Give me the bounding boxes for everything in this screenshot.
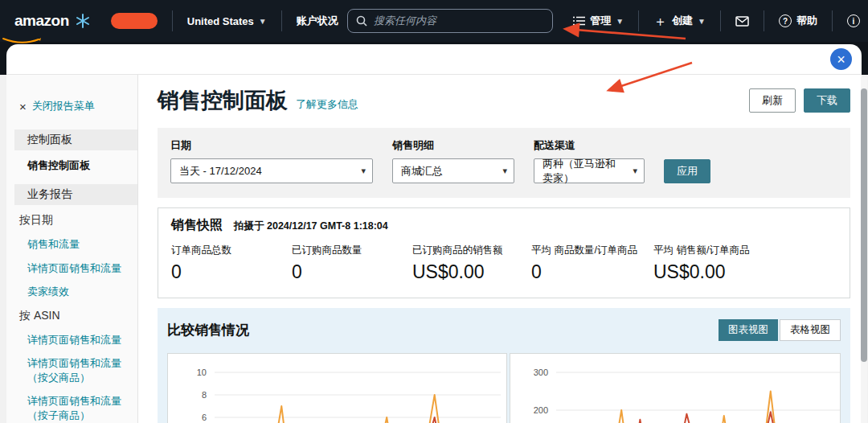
search-input[interactable]: 搜索任何内容 [347, 9, 553, 33]
sidebar-group-by-asin: 按 ASIN [19, 309, 137, 323]
close-icon: × [19, 100, 27, 113]
modal-body: × 关闭报告菜单 控制面板 销售控制面板 业务报告 按日期 销售和流量 详情页面… [6, 75, 862, 423]
svg-text:6: 6 [202, 413, 207, 422]
download-button[interactable]: 下载 [804, 88, 850, 113]
divider [720, 10, 721, 31]
fulfillment-channel-filter-label: 配送渠道 [534, 138, 645, 153]
top-navigation-bar: amazon United States ▼ 账户状况 良好 [0, 0, 868, 42]
chart-view-button[interactable]: 图表视图 [719, 319, 778, 341]
learn-more-link[interactable]: 了解更多信息 [296, 97, 358, 112]
date-filter-label: 日期 [170, 138, 373, 153]
sales-detail-filter-label: 销售明细 [392, 138, 514, 153]
create-menu[interactable]: ＋ 创建 ▼ [653, 12, 706, 31]
snapshot-title: 销售快照 [171, 217, 223, 234]
plus-icon: ＋ [653, 12, 667, 31]
fulfillment-channel-filter-select[interactable]: 两种（亚马逊和卖家） ▾ [534, 158, 645, 183]
snapshot-timestamp: 拍摄于 2024/12/17 GMT-8 1:18:04 [234, 220, 388, 233]
page-title: 销售控制面板 [158, 86, 288, 115]
sidebar-section-dashboards: 控制面板 [14, 129, 137, 150]
close-icon: × [837, 52, 845, 67]
refresh-button[interactable]: 刷新 [749, 88, 796, 113]
sidebar-item-sales-traffic[interactable]: 销售和流量 [27, 237, 129, 252]
sidebar-section-business-reports: 业务报告 [14, 184, 137, 205]
svg-text:200: 200 [534, 405, 548, 415]
sidebar-item-detail-page-sales-traffic-asin[interactable]: 详情页面销售和流量 [27, 333, 129, 347]
sidebar-group-by-date: 按日期 [19, 213, 137, 228]
close-report-menu-link[interactable]: × 关闭报告菜单 [19, 99, 137, 113]
list-icon [573, 16, 585, 26]
divider [832, 10, 833, 31]
manage-menu[interactable]: 管理 ▼ [573, 14, 624, 28]
divider [172, 10, 173, 31]
sidebar-item-seller-performance[interactable]: 卖家绩效 [27, 285, 129, 299]
marketplace-switcher[interactable]: United States ▼ [187, 15, 267, 27]
compare-title: 比较销售情况 [167, 321, 249, 339]
main-content: 销售控制面板 了解更多信息 刷新 下载 日期 当天 - 17/12/2024 ▾ [138, 75, 862, 423]
chevron-down-icon: ▾ [361, 166, 366, 176]
help-menu[interactable]: ? 帮助 [779, 14, 817, 28]
metric-avg-units-per-order: 平均 商品数量/订单商品 0 [531, 244, 653, 283]
chevron-down-icon: ▼ [616, 17, 624, 26]
store-name-redacted [111, 13, 158, 29]
nav-right-group: 管理 ▼ ＋ 创建 ▼ ? 帮助 i [573, 0, 860, 42]
chevron-down-icon: ▼ [259, 17, 267, 26]
question-icon: ? [779, 14, 792, 27]
snapshot-metrics: 订单商品总数 0 已订购商品数量 0 已订购商品的销售额 US$0.00 平 [158, 236, 850, 298]
title-actions: 刷新 下载 [749, 88, 850, 113]
compare-header: 比较销售情况 图表视图 表格视图 [167, 319, 841, 341]
chevron-down-icon: ▾ [633, 166, 637, 176]
charts-row: 10864已订购商品数量 300200100已订购商品的销售额 [167, 353, 841, 423]
metric-units-ordered: 已订购商品数量 0 [292, 244, 412, 283]
sales-detail-filter-select[interactable]: 商城汇总 ▾ [392, 158, 514, 183]
info-button[interactable]: i [847, 14, 860, 27]
metric-total-order-items: 订单商品总数 0 [171, 244, 292, 283]
sidebar-item-detail-page-child[interactable]: 详情页面销售和流量（按子商品） [27, 394, 129, 422]
units-ordered-chart: 10864已订购商品数量 [167, 353, 507, 423]
sales-snapshot-card: 销售快照 拍摄于 2024/12/17 GMT-8 1:18:04 订单商品总数… [158, 207, 850, 298]
snowflake-icon [76, 14, 90, 28]
chevron-down-icon: ▾ [502, 166, 507, 176]
page-gutter-left [0, 75, 6, 423]
amazon-logo-text: amazon [14, 12, 69, 30]
sidebar-item-sales-dashboard[interactable]: 销售控制面板 [27, 158, 137, 173]
divider [638, 10, 639, 31]
metric-avg-sales-per-order: 平均 销售额/订单商品 US$0.00 [653, 244, 774, 283]
snapshot-header: 销售快照 拍摄于 2024/12/17 GMT-8 1:18:04 [158, 208, 850, 236]
search-icon [356, 15, 367, 27]
title-row: 销售控制面板 了解更多信息 刷新 下载 [158, 86, 850, 115]
chevron-down-icon: ▼ [698, 17, 706, 26]
metric-ordered-product-sales: 已订购商品的销售额 US$0.00 [412, 244, 531, 283]
scrollbar-thumb[interactable] [861, 88, 867, 362]
amazon-logo[interactable]: amazon [14, 12, 90, 30]
fulfillment-channel-filter-group: 配送渠道 两种（亚马逊和卖家） ▾ [534, 138, 645, 183]
reports-sidebar: × 关闭报告菜单 控制面板 销售控制面板 业务报告 按日期 销售和流量 详情页面… [6, 75, 138, 423]
product-sales-chart: 300200100已订购商品的销售额 [510, 353, 841, 423]
sidebar-item-detail-page-parent[interactable]: 详情页面销售和流量（按父商品） [27, 356, 129, 384]
svg-text:8: 8 [202, 390, 207, 400]
table-view-button[interactable]: 表格视图 [780, 319, 841, 341]
svg-text:10: 10 [197, 368, 207, 377]
compare-sales-section: 比较销售情况 图表视图 表格视图 10864已订购商品数量 300200100已… [158, 308, 850, 423]
svg-text:300: 300 [534, 368, 548, 377]
search-placeholder: 搜索任何内容 [374, 14, 436, 28]
sales-detail-filter-group: 销售明细 商城汇总 ▾ [392, 138, 514, 183]
close-modal-button[interactable]: × [830, 48, 852, 70]
messages-button[interactable] [735, 16, 749, 27]
divider [764, 10, 764, 31]
date-filter-select[interactable]: 当天 - 17/12/2024 ▾ [170, 158, 373, 183]
apply-button[interactable]: 应用 [664, 159, 710, 183]
sidebar-item-detail-page-sales-traffic[interactable]: 详情页面销售和流量 [27, 261, 129, 276]
date-filter-group: 日期 当天 - 17/12/2024 ▾ [170, 138, 373, 183]
envelope-icon [735, 16, 749, 27]
divider [281, 10, 282, 31]
page: amazon United States ▼ 账户状况 良好 [0, 0, 868, 423]
filter-bar: 日期 当天 - 17/12/2024 ▾ 销售明细 商城汇总 ▾ [158, 128, 850, 198]
modal-header: × [6, 44, 862, 75]
info-icon: i [847, 14, 860, 27]
view-toggle: 图表视图 表格视图 [719, 319, 841, 341]
sales-dashboard-modal: × × 关闭报告菜单 控制面板 销售控制面板 业务报告 按日期 销售和流量 详情… [6, 44, 862, 423]
